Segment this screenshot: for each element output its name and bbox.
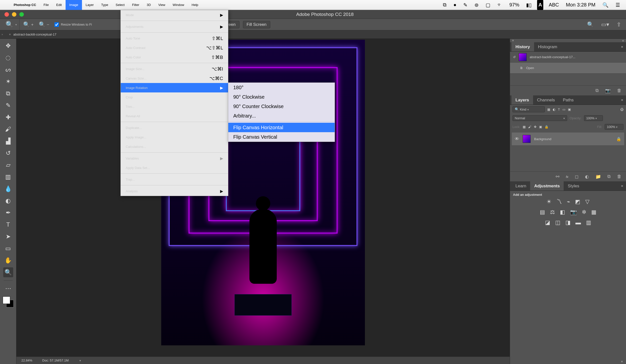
tab-history[interactable]: History [511, 42, 534, 51]
invert-icon[interactable]: ◪ [545, 219, 550, 226]
history-panel-menu-icon[interactable]: ≡ [618, 45, 626, 49]
channel-mixer-icon[interactable]: ✲ [582, 209, 586, 215]
stamp-tool[interactable]: ▟ [3, 136, 13, 146]
history-source-row[interactable]: ↺ abstract-backlit-conceptual-17... [510, 52, 626, 63]
mi-trim[interactable]: Trim... [121, 102, 228, 111]
spotlight-icon[interactable]: 🔍 [601, 0, 610, 10]
mi-flip-horizontal[interactable]: Flip Canvas Horizontal [228, 123, 335, 132]
airplay-icon[interactable]: ▢ [484, 0, 492, 10]
tab-paths[interactable]: Paths [559, 95, 578, 105]
delete-state-icon[interactable]: 🗑 [617, 88, 622, 93]
mi-apply-image[interactable]: Apply Image... [121, 132, 228, 142]
link-layers-icon[interactable]: ⚯ [556, 174, 559, 179]
type-tool[interactable]: T [3, 220, 13, 230]
layer-group-icon[interactable]: 📁 [595, 174, 601, 179]
tab-histogram[interactable]: Histogram [534, 42, 561, 51]
zoom-tool[interactable]: 🔍 [3, 267, 13, 277]
battery-icon[interactable]: ▮▯ [525, 0, 533, 10]
menu-layer[interactable]: Layer [82, 0, 98, 10]
brightness-icon[interactable]: ☀ [547, 199, 551, 205]
menu-select[interactable]: Select [112, 0, 128, 10]
lock-all-icon[interactable]: 🔒 [545, 125, 548, 129]
filter-smart-icon[interactable]: ▣ [568, 108, 571, 111]
filter-toggle-icon[interactable]: ⏻ [620, 108, 624, 111]
app-menu[interactable]: Photoshop CC [10, 0, 40, 10]
mi-canvas-size[interactable]: Canvas Size...⌥⌘C [121, 74, 228, 83]
color-lookup-icon[interactable]: ▦ [591, 209, 596, 215]
tab-channels[interactable]: Channels [533, 95, 559, 105]
resize-windows-input[interactable] [54, 22, 59, 27]
bw-icon[interactable]: ◧ [560, 209, 565, 215]
input-source-icon[interactable]: A [537, 0, 543, 10]
menu-edit[interactable]: Edit [52, 0, 65, 10]
marquee-tool[interactable]: ◌ [3, 53, 13, 63]
vibrance-icon[interactable]: ▽ [585, 199, 589, 205]
workspace-icon[interactable]: ▭▾ [599, 21, 611, 28]
mi-rotate-arbitrary[interactable]: Arbitrary... [228, 111, 335, 121]
delete-layer-icon[interactable]: 🗑 [617, 174, 622, 179]
healing-tool[interactable]: ✚ [3, 112, 13, 122]
document-tab[interactable]: × abstract-backlit-conceptual-17 [4, 30, 61, 39]
minimize-window-button[interactable] [12, 12, 16, 17]
mi-rotate-90ccw[interactable]: 90° Counter Clockwise [228, 102, 335, 111]
dodge-tool[interactable]: ◐ [3, 196, 13, 206]
color-swatches[interactable] [3, 296, 14, 307]
zoom-in-icon[interactable]: 🔍﹢ [23, 21, 35, 28]
blend-mode-select[interactable]: Normal [512, 115, 567, 121]
mi-auto-tone[interactable]: Auto Tone⇧⌘L [121, 34, 228, 43]
eyedropper-tool[interactable]: ✎ [3, 100, 13, 110]
dropbox-icon[interactable]: ⧉ [441, 0, 448, 10]
tabbar-handle-icon[interactable]: » [0, 30, 4, 39]
brush-tool[interactable]: 🖌 [3, 124, 13, 134]
filter-pixel-icon[interactable]: ▦ [547, 108, 550, 111]
adjustment-layer-icon[interactable]: ◐ [585, 174, 589, 179]
layer-visibility-icon[interactable]: 👁 [515, 136, 519, 142]
close-window-button[interactable] [4, 12, 9, 17]
history-step-open[interactable]: 🗎 Open [510, 63, 626, 74]
timeline-close-icon[interactable]: × [621, 359, 623, 364]
panel-collapse-icon[interactable]: « [622, 39, 624, 42]
lock-artboard-icon[interactable]: ▣ [539, 125, 542, 129]
tab-layers[interactable]: Layers [511, 95, 533, 105]
mi-rotate-90cw[interactable]: 90° Clockwise [228, 92, 335, 102]
cc-icon[interactable]: ⊚ [473, 0, 480, 10]
lock-paint-icon[interactable]: 🖌 [528, 125, 531, 129]
layer-filter-kind[interactable]: 🔍 Kind [512, 106, 545, 112]
menu-type[interactable]: Type [97, 0, 112, 10]
mi-rotate-180[interactable]: 180° [228, 83, 335, 92]
path-select-tool[interactable]: ➤ [3, 232, 13, 242]
search-icon[interactable]: 🔍 [585, 21, 596, 28]
layer-style-icon[interactable]: fx [566, 174, 568, 179]
gradient-tool[interactable]: ▥ [3, 172, 13, 182]
share-icon[interactable]: ⇪ [615, 21, 623, 28]
panel-close-icon[interactable]: × [512, 39, 514, 42]
filter-shape-icon[interactable]: ▭ [562, 108, 565, 111]
tab-adjustments[interactable]: Adjustments [530, 181, 564, 191]
wifi-icon[interactable]: ᯤ [496, 0, 504, 10]
gradient-map-icon[interactable]: ▬ [576, 219, 581, 226]
fill-screen-button[interactable]: Fill Screen [243, 21, 270, 28]
lock-position-icon[interactable]: ✥ [534, 125, 537, 129]
layer-lock-icon[interactable]: 🔒 [616, 137, 621, 141]
color-balance-icon[interactable]: ⚖ [550, 209, 555, 215]
posterize-icon[interactable]: ◫ [555, 219, 560, 226]
current-tool-indicator[interactable]: 🔍 [3, 19, 20, 30]
exposure-icon[interactable]: ◩ [575, 199, 580, 205]
selective-color-icon[interactable]: ▥ [586, 219, 591, 226]
input-source-label[interactable]: ABC [547, 0, 560, 10]
menu-image[interactable]: Image [66, 0, 82, 10]
layer-row-background[interactable]: 👁 Background 🔒 [511, 132, 625, 146]
mi-flip-vertical[interactable]: Flip Canvas Vertical [228, 132, 335, 142]
mi-auto-contrast[interactable]: Auto Contrast⌥⇧⌘L [121, 43, 228, 52]
curves-icon[interactable]: ⌁ [567, 199, 570, 205]
menu-3d[interactable]: 3D [143, 0, 155, 10]
layer-mask-icon[interactable]: ◻ [575, 174, 579, 179]
opacity-input[interactable]: 100% [584, 115, 603, 121]
apple-menu[interactable] [0, 0, 10, 10]
circle-icon[interactable]: ● [452, 0, 458, 10]
create-document-from-state-icon[interactable]: ⧉ [595, 88, 599, 93]
menu-view[interactable]: View [155, 0, 169, 10]
resize-windows-checkbox[interactable]: Resize Windows to Fi [54, 22, 92, 27]
menu-window[interactable]: Window [169, 0, 188, 10]
layers-panel-menu-icon[interactable]: ≡ [618, 98, 626, 102]
